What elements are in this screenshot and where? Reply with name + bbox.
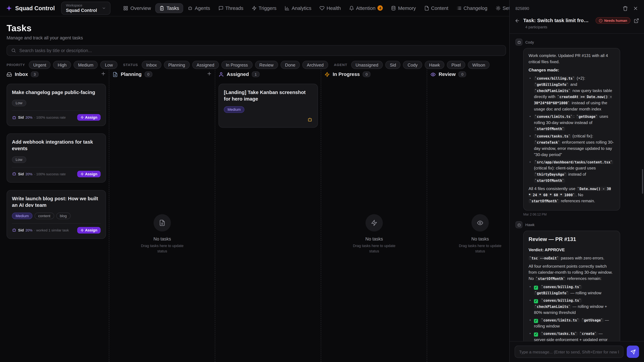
nav-item-triggers[interactable]: Triggers — [248, 3, 280, 13]
tag-low: Low — [12, 156, 26, 163]
filter-pill-hawk[interactable]: Hawk — [425, 61, 444, 69]
arrow-left-icon — [515, 18, 520, 23]
top-nav: OverviewTasksAgentsThreadsTriggersAnalyt… — [120, 3, 524, 13]
message-author: Hawk — [525, 223, 534, 227]
panel-header: Task: Switch task limit from calenda… Ne… — [510, 16, 644, 34]
nav-item-attention[interactable]: Attention4 — [345, 3, 386, 13]
filter-pill-done[interactable]: Done — [280, 61, 300, 69]
message-input[interactable] — [515, 346, 624, 358]
column-name: In Progress — [333, 71, 360, 77]
inline-code: `create` — [579, 332, 598, 336]
task-card[interactable]: Make changelog page public-facingLowSid2… — [6, 84, 106, 126]
list-icon — [456, 5, 461, 10]
app-logo[interactable]: Squad Control — [6, 5, 55, 11]
close-panel-button[interactable] — [633, 5, 638, 11]
panel-top-bar: 825890 — [510, 0, 644, 16]
chat-icon — [218, 5, 223, 10]
empty-title: No tasks — [471, 237, 489, 241]
task-card-tags: Low — [12, 100, 100, 106]
chart-icon — [284, 5, 290, 10]
column-header: Inbox3 — [6, 70, 106, 78]
filter-pill-archived[interactable]: Archived — [302, 61, 328, 69]
filter-pill-medium[interactable]: Medium — [74, 61, 98, 69]
alert-icon — [599, 18, 602, 22]
assign-button[interactable]: Assign — [77, 114, 100, 121]
task-card[interactable]: [Landing] Take Kanban screenshot for her… — [218, 84, 318, 128]
task-card[interactable]: Add webhook integrations for task events… — [6, 133, 106, 182]
filter-pill-review[interactable]: Review — [255, 61, 278, 69]
inline-code: `checkPlanLimits` — [534, 304, 572, 308]
delete-task-button[interactable] — [623, 5, 628, 11]
eye-icon — [430, 71, 436, 77]
inline-code: `thirtyDaysAgo` — [534, 172, 567, 176]
filter-pill-cody[interactable]: Cody — [403, 61, 422, 69]
filter-pill-in-progress[interactable]: In Progress — [221, 61, 252, 69]
inline-code: `tsc --noEmit` — [528, 256, 560, 260]
agent-name: Sid — [18, 228, 24, 232]
nav-item-label: Analytics — [292, 5, 312, 11]
zap-icon — [252, 5, 256, 10]
filter-pill-urgent[interactable]: Urgent — [29, 61, 51, 69]
task-card-tags: Low — [12, 156, 100, 163]
empty-hint: Drag tasks here to update status — [458, 243, 502, 254]
column-name: Planning — [121, 71, 142, 77]
back-button[interactable] — [515, 18, 520, 23]
agent-avatar — [515, 38, 522, 45]
nav-item-overview[interactable]: Overview — [120, 3, 155, 13]
inline-code: `getUsage` — [581, 318, 604, 322]
workspace-selector[interactable]: Workspace Squad Control — [62, 1, 111, 14]
chat-message: CodyWork complete. Updated PR #131 with … — [515, 38, 638, 216]
empty-title: No tasks — [154, 237, 171, 241]
open-external-button[interactable] — [634, 18, 639, 23]
nav-item-agents[interactable]: Agents — [184, 3, 214, 13]
doc-icon — [112, 71, 118, 77]
workspace-label: Workspace — [66, 3, 97, 7]
empty-title: No tasks — [366, 237, 383, 241]
nav-item-health[interactable]: Health — [316, 3, 345, 13]
kanban-column-assigned: Assigned1[Landing] Take Kanban screensho… — [218, 68, 318, 362]
agent-note: · 100% success rate — [34, 115, 66, 119]
add-task-button[interactable] — [100, 71, 106, 78]
add-task-button[interactable] — [206, 71, 212, 78]
task-card-tags: Medium — [224, 106, 312, 113]
filter-pill-assigned[interactable]: Assigned — [192, 61, 219, 69]
scrollbar-thumb[interactable] — [642, 169, 643, 194]
nav-item-memory[interactable]: Memory — [388, 3, 420, 13]
filter-pill-unassigned[interactable]: Unassigned — [351, 61, 383, 69]
message-bubble: Review — PR #131Verdict: APPROVE`tsc --n… — [523, 231, 620, 341]
filter-pill-pixel[interactable]: Pixel — [447, 61, 466, 69]
task-card-title: Write launch blog post: How we built an … — [12, 195, 100, 209]
nav-item-content[interactable]: Content — [420, 3, 452, 13]
filter-pill-planning[interactable]: Planning — [164, 61, 190, 69]
gear-icon — [496, 5, 500, 10]
nav-item-threads[interactable]: Threads — [215, 3, 247, 13]
nav-item-changelog[interactable]: Changelog — [453, 3, 491, 13]
inline-code: `convex/billing.ts` — [534, 76, 576, 80]
task-card[interactable]: Write launch blog post: How we built an … — [6, 190, 106, 239]
nav-item-label: Tasks — [166, 5, 179, 11]
tag-medium: Medium — [224, 106, 244, 113]
tag-blog: blog — [56, 213, 70, 219]
eye-icon — [472, 214, 489, 231]
nav-item-tasks[interactable]: Tasks — [156, 3, 183, 13]
filter-pill-low[interactable]: Low — [100, 61, 118, 69]
inline-code: `convex/limits.ts` — [534, 114, 574, 118]
nav-item-analytics[interactable]: Analytics — [281, 3, 315, 13]
inline-code: `checkPlanLimits` — [534, 89, 572, 93]
filter-pill-high[interactable]: High — [53, 61, 71, 69]
column-header: Assigned1 — [218, 70, 318, 78]
app-name: Squad Control — [15, 5, 55, 11]
send-button[interactable] — [627, 346, 639, 358]
inline-code: `convex/tasks.ts` — [540, 332, 578, 336]
assign-button[interactable]: Assign — [77, 171, 100, 177]
attention-count-badge: 4 — [378, 5, 383, 11]
filter-pill-inbox[interactable]: Inbox — [142, 61, 161, 69]
search-input[interactable] — [19, 48, 502, 53]
column-count-badge: 0 — [458, 71, 466, 77]
column-name: Inbox — [15, 71, 28, 77]
chat-message: HawkReview — PR #131Verdict: APPROVE`tsc… — [515, 221, 638, 341]
filter-pill-wilson[interactable]: Wilson — [468, 61, 490, 69]
filter-pill-sid[interactable]: Sid — [385, 61, 400, 69]
assign-button[interactable]: Assign — [77, 227, 100, 233]
db-icon — [391, 5, 396, 10]
